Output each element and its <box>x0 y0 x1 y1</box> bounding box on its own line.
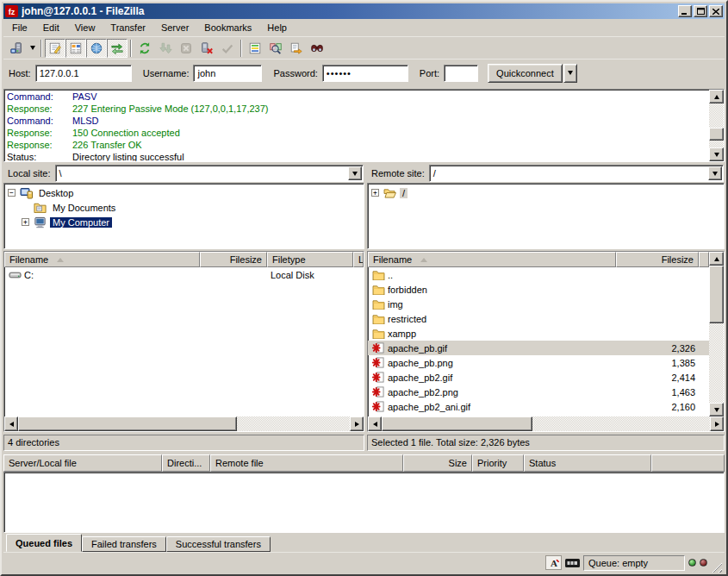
column-header-filename[interactable]: Filename <box>368 252 616 267</box>
local-hscroll-thumb[interactable] <box>18 416 237 431</box>
local-site-value: \ <box>56 168 347 178</box>
file-row-apache-pb2-gif[interactable]: apache_pb2.gif2,414 <box>368 370 709 385</box>
queue-column-remote-file[interactable]: Remote file <box>210 454 403 472</box>
remote-vscroll-track[interactable] <box>709 266 724 403</box>
queue-column-server-local-file[interactable]: Server/Local file <box>3 454 162 472</box>
file-filesize-cell: 2,326 <box>616 341 699 355</box>
tree-item-desktop[interactable]: −Desktop <box>4 185 364 200</box>
scroll-up-button[interactable] <box>709 90 724 103</box>
local-site-combobox[interactable]: \ <box>55 165 364 182</box>
refresh-button[interactable] <box>134 39 155 58</box>
queue-column-status[interactable]: Status <box>524 454 651 472</box>
username-input[interactable] <box>193 65 262 82</box>
column-header-filetype[interactable]: Filetype <box>267 252 353 267</box>
file-row-restricted[interactable]: restricted <box>368 311 709 326</box>
log-scrollbar[interactable] <box>709 90 724 161</box>
filter-button[interactable] <box>245 39 265 58</box>
file-filesize-cell: 2,160 <box>616 399 699 414</box>
file-row-apache-pb2-png[interactable]: apache_pb2.png1,463 <box>368 385 709 399</box>
file-filesize-cell: 1,463 <box>616 385 699 399</box>
file-row-img[interactable]: img <box>368 297 709 311</box>
file-row-apache-pb-gif[interactable]: apache_pb.gif2,326 <box>368 341 709 355</box>
toggle-transfer-queue-button[interactable] <box>107 39 128 58</box>
resize-grip[interactable] <box>711 561 722 573</box>
tab-queued-files[interactable]: Queued files <box>6 534 82 552</box>
file-row-apache-pb2-ani-gif[interactable]: apache_pb2_ani.gif2,160 <box>368 399 709 414</box>
local-site-dropdown-button[interactable] <box>348 166 362 180</box>
toggle-local-tree-button[interactable] <box>65 39 86 58</box>
menu-bookmarks[interactable]: Bookmarks <box>196 20 259 35</box>
collapse-icon[interactable]: − <box>8 189 16 197</box>
quickconnect-dropdown-button[interactable] <box>563 64 577 83</box>
column-header-filesize[interactable]: Filesize <box>616 252 699 267</box>
cancel-icon <box>179 42 193 54</box>
log-scrollbar-thumb[interactable] <box>709 128 724 141</box>
local-hscroll-track[interactable] <box>18 416 350 431</box>
remote-horizontal-scrollbar[interactable] <box>368 416 724 431</box>
scroll-right-button[interactable] <box>350 416 364 431</box>
local-site-label: Local site: <box>4 168 55 178</box>
toggle-local-tree-icon <box>69 42 83 54</box>
tree-item-item[interactable]: +/ <box>368 185 724 200</box>
tab-failed-transfers[interactable]: Failed transfers <box>82 536 166 552</box>
toggle-remote-tree-button[interactable] <box>86 39 107 58</box>
remote-site-combobox[interactable]: / <box>429 165 724 182</box>
port-input[interactable] <box>444 65 478 82</box>
column-header-l[interactable]: L <box>353 252 364 267</box>
remote-site-dropdown-button[interactable] <box>708 166 722 180</box>
column-header-filesize[interactable]: Filesize <box>200 252 267 267</box>
minimize-button[interactable] <box>678 5 692 17</box>
file-row-xampp[interactable]: xampp <box>368 326 709 341</box>
close-button[interactable] <box>709 5 723 17</box>
file-row-item[interactable]: .. <box>368 267 709 282</box>
host-label: Host: <box>9 68 31 78</box>
tree-item-my-computer[interactable]: +My Computer <box>4 215 364 229</box>
password-input[interactable] <box>322 65 408 82</box>
queue-column-size[interactable]: Size <box>403 454 472 472</box>
log-scrollbar-track[interactable] <box>709 103 724 147</box>
remote-vertical-scrollbar[interactable] <box>709 252 724 416</box>
quickconnect-button[interactable]: Quickconnect <box>488 64 563 83</box>
menu-server[interactable]: Server <box>153 20 196 35</box>
tab-successful-transfers[interactable]: Successful transfers <box>166 536 271 552</box>
column-header-filename[interactable]: Filename <box>4 252 200 267</box>
file-row-c[interactable]: C:Local Disk <box>4 267 364 282</box>
scroll-down-button[interactable] <box>709 147 724 161</box>
column-header-label: Size <box>449 458 467 468</box>
tree-item-my-documents[interactable]: My Documents <box>4 200 364 215</box>
scroll-left-button[interactable] <box>368 416 382 431</box>
synchronized-browsing-button[interactable] <box>286 39 307 58</box>
titlebar[interactable]: fz john@127.0.0.1 - FileZilla <box>3 3 725 19</box>
toolbar-separator <box>40 40 42 57</box>
file-row-apache-pb-png[interactable]: apache_pb.png1,385 <box>368 355 709 370</box>
transfer-queue-body[interactable] <box>3 472 725 533</box>
toggle-message-log-button[interactable] <box>45 39 65 58</box>
remote-hscroll-thumb[interactable] <box>382 416 532 431</box>
compare-button[interactable] <box>265 39 286 58</box>
queue-column-directi[interactable]: Directi... <box>162 454 210 472</box>
menu-transfer[interactable]: Transfer <box>103 20 153 35</box>
scroll-up-button[interactable] <box>709 252 724 266</box>
remote-hscroll-track[interactable] <box>382 416 710 431</box>
scroll-left-button[interactable] <box>4 416 18 431</box>
menu-help[interactable]: Help <box>259 20 295 35</box>
scroll-right-button[interactable] <box>710 416 724 431</box>
local-horizontal-scrollbar[interactable] <box>4 416 364 431</box>
find-button[interactable] <box>307 39 327 58</box>
site-manager-dropdown-button[interactable] <box>27 39 38 58</box>
queue-column-filler <box>651 454 725 472</box>
host-input[interactable] <box>35 65 132 82</box>
disconnect-button[interactable] <box>196 39 217 58</box>
remote-vscroll-thumb[interactable] <box>709 266 724 323</box>
menu-file[interactable]: File <box>4 20 35 35</box>
site-manager-button[interactable] <box>6 39 27 58</box>
menu-edit[interactable]: Edit <box>35 20 67 35</box>
maximize-button[interactable] <box>694 5 707 17</box>
expand-icon[interactable]: + <box>22 218 29 226</box>
menu-view[interactable]: View <box>67 20 103 35</box>
file-filesize-text: 2,326 <box>671 343 695 354</box>
queue-column-priority[interactable]: Priority <box>472 454 524 472</box>
expand-icon[interactable]: + <box>371 189 379 197</box>
scroll-down-button[interactable] <box>709 403 724 416</box>
file-row-forbidden[interactable]: forbidden <box>368 282 709 297</box>
